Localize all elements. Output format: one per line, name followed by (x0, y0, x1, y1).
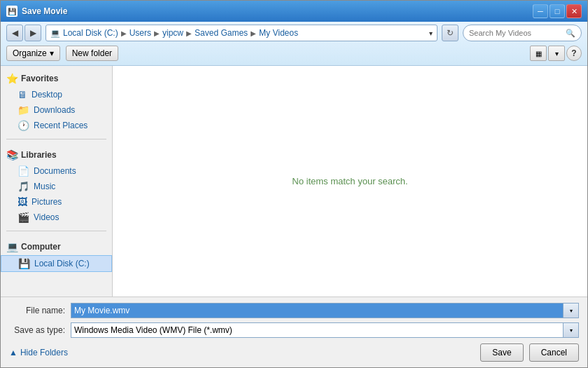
sidebar-item-downloads[interactable]: 📁 Downloads (1, 102, 112, 118)
breadcrumb-item-0[interactable]: Local Disk (C:) (63, 28, 118, 38)
sidebar-section-computer-header[interactable]: 💻 Computer (1, 238, 112, 255)
organize-button[interactable]: Organize ▾ (6, 46, 60, 61)
back-button[interactable]: ◀ (6, 25, 23, 41)
dialog-title: Save Movie (22, 6, 67, 16)
toolbar-area: ◀ ▶ 💻 Local Disk (C:) ▶ Users ▶ yipcw ▶ … (1, 22, 587, 66)
sidebar-section-favorites-header[interactable]: ⭐ Favorites (1, 70, 112, 87)
sidebar-item-music[interactable]: 🎵 Music (1, 179, 112, 194)
breadcrumb-dropdown[interactable]: ▾ (429, 29, 433, 37)
dialog-icon: 💾 (6, 6, 18, 17)
save-as-type-row: Save as type: ▾ (9, 322, 579, 338)
videos-icon: 🎬 (18, 212, 29, 223)
main-content: ⭐ Favorites 🖥 Desktop 📁 Downloads 🕐 Rece… (1, 66, 587, 297)
documents-icon: 📄 (18, 165, 29, 177)
search-icon: 🔍 (566, 29, 575, 38)
breadcrumb-folder-icon: 💻 (50, 29, 60, 38)
file-area[interactable]: No items match your search. (113, 66, 587, 297)
favorites-section-icon: ⭐ (6, 73, 18, 84)
sidebar-divider-1 (6, 139, 106, 139)
downloads-icon: 📁 (18, 104, 29, 116)
bottom-fields: File name: ▾ Save as type: ▾ (9, 303, 579, 338)
desktop-icon: 🖥 (18, 89, 27, 100)
view-icon-button[interactable]: ▦ (530, 46, 547, 61)
file-name-input[interactable] (71, 303, 564, 318)
close-button[interactable]: ✕ (566, 4, 582, 18)
sidebar-item-recent-places[interactable]: 🕐 Recent Places (1, 118, 112, 133)
sidebar-divider-2 (6, 231, 106, 231)
sidebar-item-local-disk[interactable]: 💾 Local Disk (C:) (1, 255, 112, 272)
sidebar-section-libraries-header[interactable]: 📚 Libraries (1, 146, 112, 163)
file-name-dropdown-arrow[interactable]: ▾ (564, 303, 579, 318)
sidebar-section-favorites: ⭐ Favorites 🖥 Desktop 📁 Downloads 🕐 Rece… (1, 66, 112, 136)
breadcrumb-item-3[interactable]: Saved Games (195, 28, 248, 38)
sidebar-item-documents[interactable]: 📄 Documents (1, 163, 112, 179)
save-as-type-input-wrap: ▾ (71, 322, 579, 338)
sidebar-section-libraries: 📚 Libraries 📄 Documents 🎵 Music 🖼 Pictur… (1, 142, 112, 228)
action-buttons: Save Cancel (480, 343, 579, 362)
forward-button[interactable]: ▶ (24, 25, 41, 41)
breadcrumb-item-1[interactable]: Users (130, 28, 151, 38)
sidebar-section-computer: 💻 Computer 💾 Local Disk (C:) (1, 234, 112, 275)
breadcrumb-item-4[interactable]: My Videos (259, 28, 298, 38)
no-items-message: No items match your search. (292, 176, 407, 186)
maximize-button[interactable]: □ (550, 4, 565, 18)
save-button[interactable]: Save (480, 343, 523, 362)
hide-folders-icon: ▲ (9, 348, 18, 357)
cancel-button[interactable]: Cancel (529, 343, 579, 362)
breadcrumb-sep-3: ▶ (251, 29, 256, 37)
breadcrumb-bar: 💻 Local Disk (C:) ▶ Users ▶ yipcw ▶ Save… (46, 25, 438, 41)
hide-folders-button[interactable]: ▲ Hide Folders (9, 348, 68, 357)
file-name-row: File name: ▾ (9, 303, 579, 318)
bottom-actions: ▲ Hide Folders Save Cancel (9, 343, 579, 362)
breadcrumb-sep-0: ▶ (121, 29, 127, 37)
help-button[interactable]: ? (566, 46, 582, 61)
breadcrumb-sep-2: ▶ (186, 29, 192, 37)
minimize-button[interactable]: ─ (533, 4, 548, 18)
view-btn-group: ▦ ▾ ? (530, 46, 582, 61)
save-as-type-label: Save as type: (9, 325, 65, 335)
breadcrumb-sep-1: ▶ (154, 29, 160, 37)
save-movie-dialog: 💾 Save Movie ─ □ ✕ ◀ ▶ 💻 Local Disk (C:)… (0, 0, 588, 368)
nav-bar: ◀ ▶ 💻 Local Disk (C:) ▶ Users ▶ yipcw ▶ … (6, 25, 582, 41)
computer-section-icon: 💻 (6, 241, 18, 252)
file-name-label: File name: (9, 306, 65, 315)
save-as-type-input[interactable] (71, 322, 564, 338)
view-dropdown-button[interactable]: ▾ (548, 46, 565, 61)
pictures-icon: 🖼 (18, 196, 27, 207)
bottom-bar: File name: ▾ Save as type: ▾ ▲ Hide Fold… (1, 297, 587, 367)
recent-places-icon: 🕐 (18, 120, 29, 131)
new-folder-button[interactable]: New folder (66, 46, 118, 61)
breadcrumb-item-2[interactable]: yipcw (162, 28, 183, 38)
title-bar-left: 💾 Save Movie (6, 6, 67, 17)
sidebar-item-pictures[interactable]: 🖼 Pictures (1, 194, 112, 210)
file-name-input-wrap: ▾ (71, 303, 579, 318)
libraries-section-icon: 📚 (6, 149, 18, 161)
search-bar: 🔍 (463, 25, 582, 41)
organize-dropdown-icon: ▾ (50, 48, 54, 58)
title-bar: 💾 Save Movie ─ □ ✕ (1, 1, 587, 22)
nav-buttons: ◀ ▶ (6, 25, 41, 41)
action-bar: Organize ▾ New folder ▦ ▾ ? (6, 44, 582, 62)
local-disk-icon: 💾 (18, 258, 30, 269)
save-as-type-dropdown-arrow[interactable]: ▾ (564, 322, 579, 338)
search-input[interactable] (469, 29, 563, 37)
sidebar: ⭐ Favorites 🖥 Desktop 📁 Downloads 🕐 Rece… (1, 66, 113, 297)
sidebar-item-desktop[interactable]: 🖥 Desktop (1, 87, 112, 102)
title-bar-controls: ─ □ ✕ (533, 4, 582, 18)
refresh-button[interactable]: ↻ (442, 25, 458, 41)
sidebar-item-videos[interactable]: 🎬 Videos (1, 210, 112, 225)
music-icon: 🎵 (18, 181, 29, 192)
